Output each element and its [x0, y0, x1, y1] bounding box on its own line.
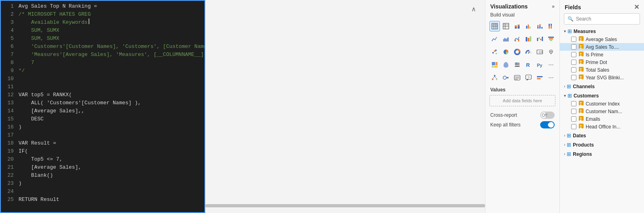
field-group-header-measures[interactable]: ▾ ⊞ Measures — [560, 27, 644, 35]
field-item[interactable]: ∑Prime Dot — [560, 58, 644, 66]
field-checkbox[interactable] — [571, 116, 576, 122]
code-line: 6 'Customers'[Customer Names], 'Customer… — [1, 43, 204, 51]
viz-donut-icon[interactable] — [512, 47, 522, 57]
viz-r-icon[interactable]: R — [523, 60, 534, 70]
viz-pie-icon[interactable] — [501, 47, 511, 57]
svg-rect-51 — [495, 62, 497, 65]
viz-slicer-icon[interactable] — [512, 60, 522, 70]
viz-icons-row4: R Py ··· — [485, 59, 559, 72]
field-group-label: Channels — [573, 84, 594, 89]
code-line: 4 SUM, SUMX — [1, 27, 204, 35]
code-token: VAR top5 = RANKX( — [19, 91, 72, 99]
field-item[interactable]: ∑Total Sales — [560, 66, 644, 74]
field-checkbox[interactable] — [571, 101, 576, 106]
field-item[interactable]: ∑Average Sales — [560, 35, 644, 43]
field-item[interactable]: ∑Customer Index — [560, 100, 644, 108]
chevron-icon: ▾ — [564, 29, 566, 33]
fields-search-input[interactable] — [576, 16, 636, 22]
field-checkbox[interactable] — [571, 109, 576, 114]
field-group-header-products[interactable]: › ⊞ Products — [560, 141, 644, 149]
field-item[interactable]: ∑Emails — [560, 115, 644, 123]
viz-more-icon[interactable]: ··· — [546, 60, 556, 70]
field-checkbox[interactable] — [571, 67, 576, 72]
field-sigma-icon: ∑ — [579, 52, 584, 58]
fields-tree: ▾ ⊞ Measures ∑Average Sales∑Avg Sales To… — [560, 27, 644, 213]
scrollbar-thumb[interactable] — [205, 204, 485, 207]
viz-key-influence-icon[interactable] — [501, 72, 511, 83]
fields-title: Fields — [565, 4, 581, 10]
field-checkbox[interactable] — [571, 60, 576, 65]
viz-scatter-icon[interactable] — [489, 47, 500, 57]
expand-icon[interactable]: » — [552, 4, 555, 9]
line-number: 15 — [4, 115, 14, 123]
viz-bar-chart2-icon[interactable] — [535, 72, 545, 83]
svg-rect-10 — [515, 25, 517, 27]
svg-line-63 — [493, 77, 495, 79]
field-item[interactable]: ∑Customer Nam... — [560, 108, 644, 115]
keep-filters-toggle[interactable]: On — [540, 121, 555, 128]
fields-panel: Fields ✕ 🔍 ▾ ⊞ Measures ∑Average Sales∑A… — [559, 0, 644, 213]
line-number: 12 — [4, 91, 14, 99]
fields-close-button[interactable]: ✕ — [634, 3, 639, 11]
field-item[interactable]: ∑Year SVG Blinki... — [560, 74, 644, 81]
viz-card-icon[interactable]: 123 — [535, 47, 545, 57]
visualizations-header: Visualizations » — [485, 0, 559, 11]
viz-line-cluster-icon[interactable] — [512, 34, 522, 44]
code-line: 21 [Average Sales], — [1, 163, 204, 172]
svg-rect-52 — [492, 66, 494, 68]
viz-area-icon[interactable] — [501, 34, 511, 44]
values-label: Values — [485, 85, 559, 93]
svg-rect-17 — [537, 25, 539, 27]
field-checkbox[interactable] — [571, 37, 576, 42]
field-group-header-regions[interactable]: › ⊞ Regions — [560, 150, 644, 158]
field-sigma-icon: ∑ — [579, 101, 584, 107]
viz-treemap-icon[interactable] — [489, 60, 500, 70]
line-number: 25 — [4, 196, 14, 204]
viz-ribbon-icon[interactable] — [523, 34, 534, 44]
field-checkbox[interactable] — [571, 124, 576, 129]
collapse-button[interactable]: ∧ — [469, 4, 479, 14]
viz-python-icon[interactable]: Py — [535, 60, 545, 70]
viz-stacked-column-icon[interactable] — [535, 21, 545, 31]
fields-search-box[interactable]: 🔍 — [564, 13, 640, 25]
viz-map-icon[interactable] — [546, 47, 556, 57]
code-editor[interactable]: 1Avg Sales Top N Ranking =2/* MICROSOFT … — [0, 0, 205, 213]
viz-gauge-icon[interactable] — [523, 47, 534, 57]
viz-matrix-icon[interactable] — [501, 21, 511, 31]
svg-text:∑: ∑ — [580, 124, 582, 128]
field-checkbox[interactable] — [571, 44, 576, 50]
svg-point-38 — [492, 52, 494, 54]
viz-smart-narrative-icon[interactable] — [512, 72, 522, 83]
field-group-header-customers[interactable]: ▾ ⊞ Customers — [560, 91, 644, 100]
viz-funnel-icon[interactable] — [546, 34, 556, 44]
add-data-field[interactable]: Add data fields here — [489, 95, 555, 106]
viz-waterfall-icon[interactable] — [535, 34, 545, 44]
viz-more2-icon[interactable]: ··· — [546, 72, 556, 83]
viz-column-icon[interactable] — [523, 21, 534, 31]
viz-table-icon[interactable] — [489, 21, 500, 31]
viz-bar-icon[interactable] — [512, 21, 522, 31]
viz-decomp-icon[interactable] — [489, 72, 500, 83]
field-checkbox[interactable] — [571, 75, 576, 80]
field-group-table-icon: ⊞ — [567, 151, 571, 157]
viz-shape-map-icon[interactable] — [501, 60, 511, 70]
field-group-header-dates[interactable]: › ⊞ Dates — [560, 131, 644, 140]
line-number: 20 — [4, 155, 14, 163]
code-token: SUM, SUMX — [19, 27, 59, 35]
svg-point-41 — [495, 50, 497, 51]
svg-text:∑: ∑ — [580, 52, 582, 56]
field-item[interactable]: ∑Avg Sales To.... — [560, 43, 644, 51]
field-item[interactable]: ∑Head Office In... — [560, 123, 644, 130]
viz-line-icon[interactable] — [489, 34, 500, 44]
line-number: 17 — [4, 131, 14, 139]
viz-qna-icon[interactable]: ? — [523, 72, 534, 83]
horizontal-scrollbar[interactable] — [205, 204, 485, 207]
cross-report-toggle[interactable]: Off — [540, 112, 555, 119]
viz-100-stacked-icon[interactable] — [546, 21, 556, 31]
field-group-header-channels[interactable]: › ⊞ Channels — [560, 82, 644, 91]
drill-through-section: Cross-report Off Keep all filters On — [485, 108, 559, 130]
field-checkbox[interactable] — [571, 52, 576, 57]
field-sigma-icon: ∑ — [579, 36, 584, 42]
field-sigma-icon: ∑ — [579, 67, 584, 73]
field-item[interactable]: ∑Is Prime — [560, 51, 644, 58]
